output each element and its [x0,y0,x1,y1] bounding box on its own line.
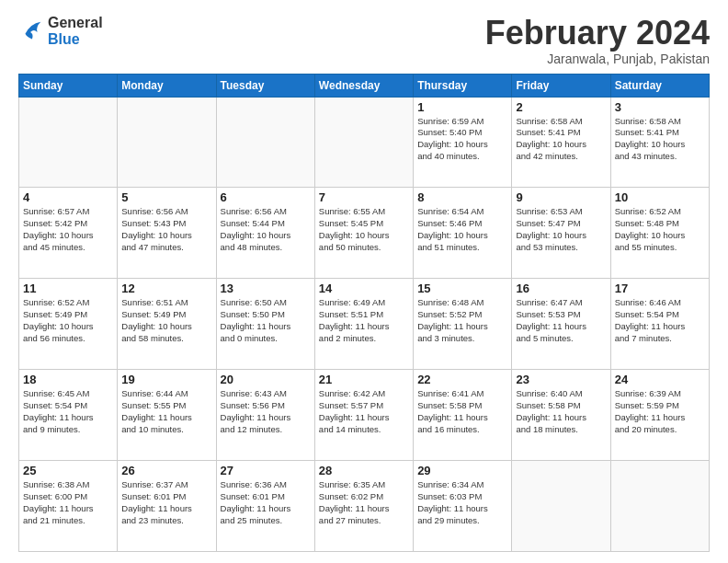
calendar-cell: 10Sunrise: 6:52 AMSunset: 5:48 PMDayligh… [610,188,709,279]
day-number: 10 [615,190,705,204]
calendar-cell: 24Sunrise: 6:39 AMSunset: 5:59 PMDayligh… [610,370,709,461]
day-number: 4 [23,190,113,204]
day-number: 8 [417,190,507,204]
day-number: 7 [319,190,409,204]
day-info: Sunrise: 6:42 AMSunset: 5:57 PMDaylight:… [319,388,409,435]
calendar-cell: 4Sunrise: 6:57 AMSunset: 5:42 PMDaylight… [19,188,118,279]
day-info: Sunrise: 6:41 AMSunset: 5:58 PMDaylight:… [417,388,507,435]
day-info: Sunrise: 6:51 AMSunset: 5:49 PMDaylight:… [121,297,211,344]
day-info: Sunrise: 6:57 AMSunset: 5:42 PMDaylight:… [23,206,113,253]
day-header-thursday: Thursday [414,74,512,97]
page: General Blue February 2024 Jaranwala, Pu… [0,0,728,563]
calendar-cell: 7Sunrise: 6:55 AMSunset: 5:45 PMDaylight… [314,188,413,279]
calendar-cell [118,97,216,188]
day-number: 29 [417,464,507,477]
day-number: 2 [516,100,606,114]
day-number: 18 [23,373,113,386]
day-info: Sunrise: 6:37 AMSunset: 6:01 PMDaylight:… [121,479,211,526]
day-number: 1 [417,100,507,114]
calendar-cell: 5Sunrise: 6:56 AMSunset: 5:43 PMDaylight… [118,188,216,279]
day-number: 21 [319,373,409,386]
day-number: 9 [516,190,606,204]
location: Jaranwala, Punjab, Pakistan [485,52,710,66]
day-number: 20 [221,373,311,386]
calendar-cell: 6Sunrise: 6:56 AMSunset: 5:44 PMDaylight… [216,188,314,279]
day-info: Sunrise: 6:53 AMSunset: 5:47 PMDaylight:… [516,206,606,253]
day-info: Sunrise: 6:52 AMSunset: 5:48 PMDaylight:… [615,206,705,253]
day-info: Sunrise: 6:48 AMSunset: 5:52 PMDaylight:… [417,297,507,344]
day-info: Sunrise: 6:54 AMSunset: 5:46 PMDaylight:… [417,206,507,253]
calendar-cell: 9Sunrise: 6:53 AMSunset: 5:47 PMDaylight… [512,188,610,279]
calendar-cell: 27Sunrise: 6:36 AMSunset: 6:01 PMDayligh… [216,461,314,552]
day-number: 13 [221,282,311,295]
calendar-cell: 26Sunrise: 6:37 AMSunset: 6:01 PMDayligh… [118,461,216,552]
day-number: 23 [516,373,606,386]
day-info: Sunrise: 6:45 AMSunset: 5:54 PMDaylight:… [23,388,113,435]
calendar-cell: 3Sunrise: 6:58 AMSunset: 5:41 PMDaylight… [610,97,709,188]
day-info: Sunrise: 6:34 AMSunset: 6:03 PMDaylight:… [417,479,507,526]
day-header-wednesday: Wednesday [314,74,413,97]
calendar-cell: 25Sunrise: 6:38 AMSunset: 6:00 PMDayligh… [19,461,118,552]
day-number: 3 [615,100,705,114]
day-header-friday: Friday [512,74,610,97]
calendar-cell: 8Sunrise: 6:54 AMSunset: 5:46 PMDaylight… [414,188,512,279]
day-number: 5 [121,190,211,204]
day-info: Sunrise: 6:55 AMSunset: 5:45 PMDaylight:… [319,206,409,253]
day-number: 12 [121,282,211,295]
day-info: Sunrise: 6:44 AMSunset: 5:55 PMDaylight:… [121,388,211,435]
day-number: 19 [121,373,211,386]
calendar-cell: 12Sunrise: 6:51 AMSunset: 5:49 PMDayligh… [118,279,216,370]
calendar-cell: 14Sunrise: 6:49 AMSunset: 5:51 PMDayligh… [314,279,413,370]
day-number: 17 [615,282,705,295]
day-info: Sunrise: 6:56 AMSunset: 5:43 PMDaylight:… [121,206,211,253]
logo-text: General Blue [48,15,103,47]
calendar-week-4: 25Sunrise: 6:38 AMSunset: 6:00 PMDayligh… [19,461,710,552]
day-number: 28 [319,464,409,477]
day-info: Sunrise: 6:38 AMSunset: 6:00 PMDaylight:… [23,479,113,526]
calendar-cell: 18Sunrise: 6:45 AMSunset: 5:54 PMDayligh… [19,370,118,461]
calendar-cell: 2Sunrise: 6:58 AMSunset: 5:41 PMDaylight… [512,97,610,188]
calendar-cell: 17Sunrise: 6:46 AMSunset: 5:54 PMDayligh… [610,279,709,370]
calendar-cell [314,97,413,188]
day-info: Sunrise: 6:49 AMSunset: 5:51 PMDaylight:… [319,297,409,344]
calendar-week-0: 1Sunrise: 6:59 AMSunset: 5:40 PMDaylight… [19,97,710,188]
day-info: Sunrise: 6:52 AMSunset: 5:49 PMDaylight:… [23,297,113,344]
day-number: 25 [23,464,113,477]
day-number: 16 [516,282,606,295]
day-info: Sunrise: 6:39 AMSunset: 5:59 PMDaylight:… [615,388,705,435]
header: General Blue February 2024 Jaranwala, Pu… [18,15,710,66]
calendar-cell: 23Sunrise: 6:40 AMSunset: 5:58 PMDayligh… [512,370,610,461]
calendar-cell: 28Sunrise: 6:35 AMSunset: 6:02 PMDayligh… [314,461,413,552]
logo-icon [18,18,44,44]
calendar-cell: 13Sunrise: 6:50 AMSunset: 5:50 PMDayligh… [216,279,314,370]
calendar-cell: 1Sunrise: 6:59 AMSunset: 5:40 PMDaylight… [414,97,512,188]
calendar-cell: 11Sunrise: 6:52 AMSunset: 5:49 PMDayligh… [19,279,118,370]
day-info: Sunrise: 6:35 AMSunset: 6:02 PMDaylight:… [319,479,409,526]
calendar-cell: 20Sunrise: 6:43 AMSunset: 5:56 PMDayligh… [216,370,314,461]
day-header-monday: Monday [118,74,216,97]
day-number: 15 [417,282,507,295]
calendar-cell: 22Sunrise: 6:41 AMSunset: 5:58 PMDayligh… [414,370,512,461]
day-number: 14 [319,282,409,295]
day-header-tuesday: Tuesday [216,74,314,97]
day-info: Sunrise: 6:50 AMSunset: 5:50 PMDaylight:… [221,297,311,344]
calendar-cell: 15Sunrise: 6:48 AMSunset: 5:52 PMDayligh… [414,279,512,370]
day-info: Sunrise: 6:56 AMSunset: 5:44 PMDaylight:… [221,206,311,253]
day-header-saturday: Saturday [610,74,709,97]
day-number: 27 [221,464,311,477]
calendar: SundayMondayTuesdayWednesdayThursdayFrid… [18,74,710,552]
calendar-cell [512,461,610,552]
calendar-cell: 29Sunrise: 6:34 AMSunset: 6:03 PMDayligh… [414,461,512,552]
day-info: Sunrise: 6:59 AMSunset: 5:40 PMDaylight:… [417,116,507,163]
calendar-cell [610,461,709,552]
day-info: Sunrise: 6:58 AMSunset: 5:41 PMDaylight:… [516,116,606,163]
calendar-cell: 19Sunrise: 6:44 AMSunset: 5:55 PMDayligh… [118,370,216,461]
day-info: Sunrise: 6:40 AMSunset: 5:58 PMDaylight:… [516,388,606,435]
day-number: 6 [221,190,311,204]
day-number: 24 [615,373,705,386]
calendar-week-3: 18Sunrise: 6:45 AMSunset: 5:54 PMDayligh… [19,370,710,461]
day-info: Sunrise: 6:46 AMSunset: 5:54 PMDaylight:… [615,297,705,344]
calendar-week-1: 4Sunrise: 6:57 AMSunset: 5:42 PMDaylight… [19,188,710,279]
calendar-cell: 16Sunrise: 6:47 AMSunset: 5:53 PMDayligh… [512,279,610,370]
title-block: February 2024 Jaranwala, Punjab, Pakista… [485,15,710,66]
